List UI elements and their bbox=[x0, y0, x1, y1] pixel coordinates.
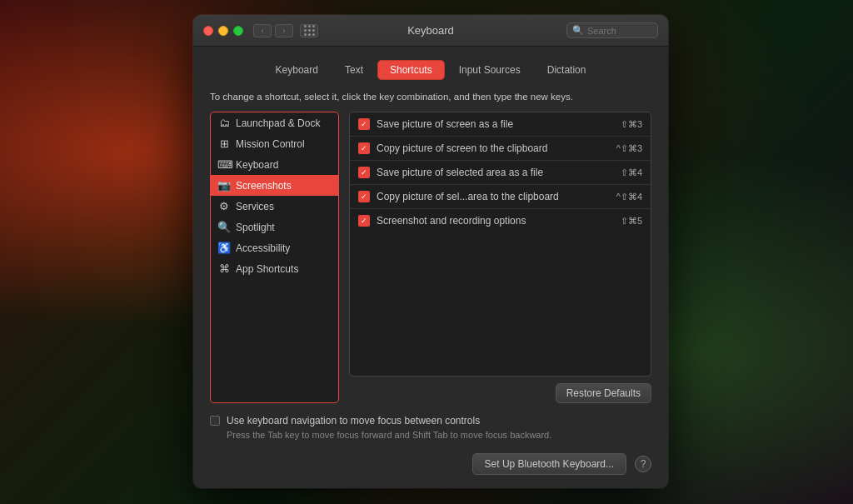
shortcut-row-3[interactable]: ✓ Copy picture of sel...area to the clip… bbox=[350, 185, 651, 209]
grid-button[interactable] bbox=[300, 24, 318, 37]
shortcut-label-4: Screenshot and recording options bbox=[377, 215, 614, 227]
keyboard-icon: ⌨ bbox=[217, 158, 231, 171]
detail-panel: ✓ Save picture of screen as a file ⇧⌘3 ✓… bbox=[349, 112, 651, 403]
tab-text[interactable]: Text bbox=[332, 60, 376, 80]
back-button[interactable]: ‹ bbox=[253, 24, 272, 37]
sidebar-item-app-shortcuts[interactable]: ⌘ App Shortcuts bbox=[211, 258, 338, 279]
checkbox-4[interactable]: ✓ bbox=[358, 215, 370, 227]
shortcuts-list: ✓ Save picture of screen as a file ⇧⌘3 ✓… bbox=[349, 112, 651, 377]
sidebar-item-accessibility[interactable]: ♿ Accessibility bbox=[211, 237, 338, 258]
close-button[interactable] bbox=[203, 26, 213, 36]
sidebar-label-services: Services bbox=[236, 201, 274, 212]
shortcut-label-1: Copy picture of screen to the clipboard bbox=[377, 142, 610, 154]
accessibility-icon: ♿ bbox=[217, 242, 231, 254]
search-icon: 🔍 bbox=[572, 25, 584, 36]
shortcut-keys-0: ⇧⌘3 bbox=[621, 119, 642, 130]
shortcut-label-2: Save picture of selected area as a file bbox=[377, 167, 614, 178]
shortcut-row-1[interactable]: ✓ Copy picture of screen to the clipboar… bbox=[350, 137, 651, 161]
shortcut-row-0[interactable]: ✓ Save picture of screen as a file ⇧⌘3 bbox=[350, 112, 651, 137]
minimize-button[interactable] bbox=[218, 26, 228, 36]
app-shortcuts-icon: ⌘ bbox=[217, 262, 231, 275]
titlebar: ‹ › Keyboard 🔍 bbox=[193, 15, 668, 47]
tab-shortcuts[interactable]: Shortcuts bbox=[377, 60, 445, 80]
sidebar-item-services[interactable]: ⚙ Services bbox=[211, 196, 338, 217]
sidebar-label-mission-control: Mission Control bbox=[236, 138, 305, 150]
grid-icon bbox=[304, 25, 315, 36]
shortcut-keys-4: ⇧⌘5 bbox=[621, 216, 642, 227]
traffic-lights bbox=[203, 26, 243, 36]
restore-defaults-button[interactable]: Restore Defaults bbox=[556, 383, 651, 403]
sidebar-item-screenshots[interactable]: 📷 Screenshots bbox=[211, 175, 338, 196]
tab-keyboard[interactable]: Keyboard bbox=[263, 60, 331, 80]
shortcut-keys-1: ^⇧⌘3 bbox=[616, 143, 642, 154]
services-icon: ⚙ bbox=[217, 200, 231, 212]
shortcut-row-2[interactable]: ✓ Save picture of selected area as a fil… bbox=[350, 161, 651, 185]
help-button[interactable]: ? bbox=[635, 456, 651, 472]
shortcut-keys-2: ⇧⌘4 bbox=[621, 167, 642, 178]
screenshots-icon: 📷 bbox=[217, 179, 231, 192]
nav-checkbox-row: Use keyboard navigation to move focus be… bbox=[210, 415, 651, 427]
nav-buttons: ‹ › bbox=[253, 24, 293, 37]
sidebar-label-accessibility: Accessibility bbox=[236, 242, 290, 254]
sidebar-item-launchpad-dock[interactable]: 🗂 Launchpad & Dock bbox=[211, 112, 338, 133]
content-area: Keyboard Text Shortcuts Input Sources Di… bbox=[193, 47, 668, 488]
checkbox-2[interactable]: ✓ bbox=[358, 167, 370, 178]
shortcut-label-0: Save picture of screen as a file bbox=[377, 118, 614, 130]
nav-checkbox-label: Use keyboard navigation to move focus be… bbox=[227, 415, 480, 427]
bottom-buttons: Set Up Bluetooth Keyboard... ? bbox=[210, 453, 651, 475]
shortcut-row-4[interactable]: ✓ Screenshot and recording options ⇧⌘5 bbox=[350, 209, 651, 232]
sidebar-label-launchpad-dock: Launchpad & Dock bbox=[236, 117, 320, 129]
sidebar-item-spotlight[interactable]: 🔍 Spotlight bbox=[211, 217, 338, 237]
nav-checkbox[interactable] bbox=[210, 416, 220, 426]
launchpad-dock-icon: 🗂 bbox=[217, 117, 231, 129]
mission-control-icon: ⊞ bbox=[217, 137, 231, 150]
spotlight-icon: 🔍 bbox=[217, 221, 231, 233]
sidebar-label-screenshots: Screenshots bbox=[236, 180, 292, 192]
sidebar-label-app-shortcuts: App Shortcuts bbox=[236, 263, 298, 275]
sidebar-label-spotlight: Spotlight bbox=[236, 222, 275, 233]
keyboard-preferences-window: ‹ › Keyboard 🔍 Keyboard Text Shortcuts bbox=[193, 15, 668, 488]
search-box[interactable]: 🔍 bbox=[566, 22, 658, 38]
forward-button[interactable]: › bbox=[275, 24, 293, 37]
nav-checkbox-hint: Press the Tab key to move focus forward … bbox=[227, 430, 651, 440]
bottom-section: Use keyboard navigation to move focus be… bbox=[210, 415, 651, 475]
window-title: Keyboard bbox=[407, 24, 454, 37]
tab-dictation[interactable]: Dictation bbox=[535, 60, 599, 80]
shortcuts-sidebar: 🗂 Launchpad & Dock ⊞ Mission Control ⌨ K… bbox=[210, 112, 339, 403]
sidebar-label-keyboard: Keyboard bbox=[236, 159, 278, 171]
main-panel: 🗂 Launchpad & Dock ⊞ Mission Control ⌨ K… bbox=[210, 112, 651, 403]
checkbox-1[interactable]: ✓ bbox=[358, 142, 370, 154]
forward-icon: › bbox=[283, 27, 286, 35]
sidebar-item-keyboard[interactable]: ⌨ Keyboard bbox=[211, 154, 338, 175]
sidebar-item-mission-control[interactable]: ⊞ Mission Control bbox=[211, 133, 338, 154]
search-input[interactable] bbox=[587, 26, 654, 36]
tab-input-sources[interactable]: Input Sources bbox=[446, 60, 533, 80]
instruction-text: To change a shortcut, select it, click t… bbox=[210, 92, 651, 102]
back-icon: ‹ bbox=[262, 27, 264, 35]
shortcut-keys-3: ^⇧⌘4 bbox=[616, 192, 642, 202]
checkbox-3[interactable]: ✓ bbox=[358, 191, 370, 202]
maximize-button[interactable] bbox=[233, 26, 243, 36]
checkbox-0[interactable]: ✓ bbox=[358, 118, 370, 130]
tab-bar: Keyboard Text Shortcuts Input Sources Di… bbox=[210, 60, 651, 80]
restore-defaults-row: Restore Defaults bbox=[349, 383, 651, 403]
shortcut-label-3: Copy picture of sel...area to the clipbo… bbox=[377, 191, 610, 202]
bluetooth-button[interactable]: Set Up Bluetooth Keyboard... bbox=[472, 453, 626, 475]
